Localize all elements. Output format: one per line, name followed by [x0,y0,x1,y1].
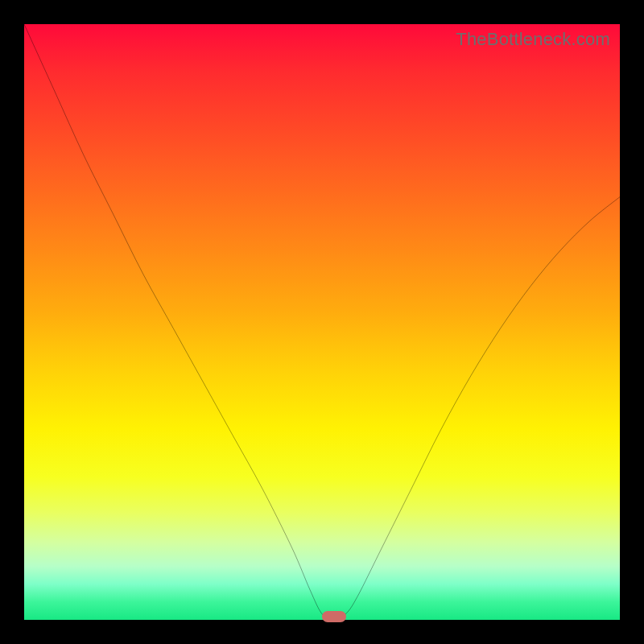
curve-path [24,24,620,620]
plot-area: TheBottleneck.com [24,24,620,620]
bottleneck-curve [24,24,620,620]
chart-frame: TheBottleneck.com [0,0,644,644]
optimal-marker [322,611,346,622]
